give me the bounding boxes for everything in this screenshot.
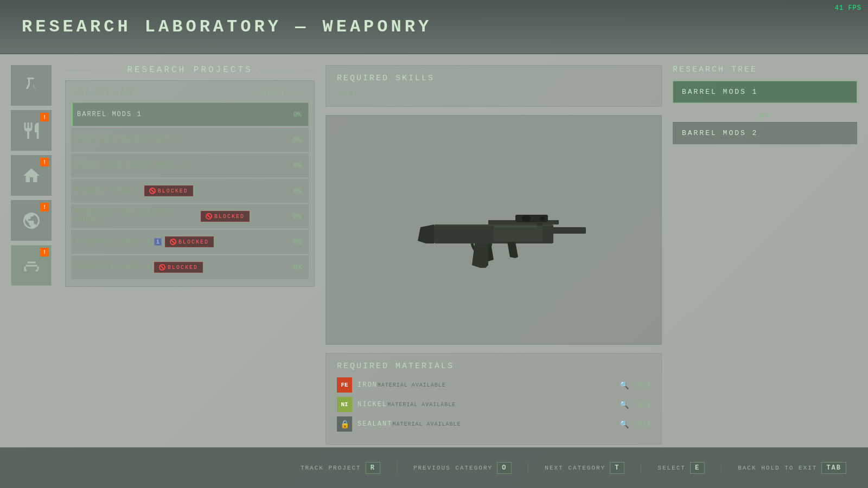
control-label-next: NEXT CATEGORY (545, 465, 605, 471)
divider-3 (641, 463, 641, 473)
project-name: INTERNAL MODS 1 (76, 238, 151, 246)
project-row-optic-laser[interactable]: OPTIC AND LASER MODS 1 0% (71, 153, 309, 177)
sidebar-badge-food: ! (40, 113, 49, 121)
material-row-iron: FE IRONMATERIAL AVAILABLE 🔍 0/3 (337, 377, 650, 393)
material-row-sealant: 🔒 SEALANTMATERIAL AVAILABLE 🔍 0/2 (337, 416, 650, 432)
tree-node-label: BARREL MODS 1 (682, 88, 848, 96)
sidebar-badge-weapons: ! (40, 248, 49, 256)
center-panel: REQUIRED SKILLS NONE (326, 65, 662, 445)
tree-node-barrel-mods-1[interactable]: BARREL MODS 1 (673, 81, 857, 103)
skills-panel: REQUIRED SKILLS NONE (326, 65, 662, 107)
project-name: RECEIVER MODS 1 (76, 264, 151, 271)
research-tree-title: RESEARCH TREE (673, 65, 857, 74)
project-cell-name: BARREL MODS 1 (73, 107, 254, 121)
sidebar-badge-base: ! (40, 158, 49, 166)
table-header: PROJECT NAME PROGRESS (71, 86, 309, 100)
project-name: BARREL MODS 1 (77, 111, 142, 118)
material-count-sealant: 0/2 (634, 420, 650, 428)
base-icon (22, 166, 41, 185)
sidebar-item-science[interactable] (11, 65, 52, 106)
blocked-label: BLOCKED (158, 188, 188, 194)
tree-arrow: ⌄⌄ (673, 106, 857, 120)
divider-2 (528, 463, 528, 473)
project-cell-name: RECEIVER MODS 1 BLOCKED (72, 259, 254, 276)
search-icon-sealant[interactable]: 🔍 (620, 420, 629, 429)
sidebar: ! ! ! ! (11, 65, 60, 286)
blocked-icon (149, 188, 156, 194)
project-cell-name: OPTIC AND LASER MODS 1 (72, 158, 254, 172)
fps-counter: 41 FPS (835, 4, 861, 12)
svg-rect-2 (494, 226, 542, 242)
blocked-icon (170, 239, 176, 245)
search-icon-iron[interactable]: 🔍 (620, 381, 629, 390)
project-row-internal[interactable]: INTERNAL MODS 1 i BLOCKED 0% (71, 230, 309, 254)
food-icon (22, 121, 41, 140)
material-badge-ni: NI (337, 397, 352, 412)
globe-icon (22, 211, 41, 230)
project-name: MUZZLE MODS 1 (76, 187, 141, 195)
blocked-label: BLOCKED (178, 239, 209, 245)
svg-point-6 (540, 216, 545, 221)
projects-panel: PROJECT NAME PROGRESS BARREL MODS 1 0% G… (65, 80, 315, 287)
project-progress: 0% (254, 187, 308, 195)
project-progress: 0% (254, 213, 308, 221)
key-o[interactable]: O (497, 462, 512, 474)
sidebar-item-base[interactable]: ! (11, 155, 52, 196)
svg-rect-1 (542, 227, 586, 234)
material-badge-fe: FE (337, 377, 352, 393)
project-row-receiver[interactable]: RECEIVER MODS 1 BLOCKED 0% (71, 255, 309, 279)
svg-rect-9 (434, 224, 553, 226)
key-tab[interactable]: TAB (821, 462, 846, 474)
header-bar: RESEARCH LABORATORY — WEAPONRY 41 FPS (0, 0, 868, 54)
blocked-icon (206, 213, 212, 220)
research-projects-panel: RESEARCH PROJECTS PROJECT NAME PROGRESS … (65, 65, 315, 445)
weapon-svg (326, 115, 661, 344)
control-select: SELECT E (658, 462, 705, 474)
project-cell-name: INTERNAL MODS 1 i BLOCKED (72, 233, 254, 251)
control-track-project: TRACK PROJECT R (301, 462, 380, 474)
key-r[interactable]: R (366, 462, 380, 474)
control-next-category: NEXT CATEGORY T (545, 462, 624, 474)
blocked-label: BLOCKED (214, 214, 245, 220)
project-row-grip-stock[interactable]: GRIP AND STOCK MODS 1 0% (71, 128, 309, 152)
research-tree-panel: RESEARCH TREE BARREL MODS 1 ⌄⌄ BARREL MO… (673, 65, 857, 445)
project-row-magazine-battery[interactable]: MAGAZINE AND BATTERY MODS 1 BLOCKED 0% (71, 204, 309, 228)
material-count-iron: 0/3 (634, 381, 650, 389)
research-projects-title: RESEARCH PROJECTS (65, 65, 315, 75)
project-cell-name: MUZZLE MODS 1 BLOCKED (72, 182, 254, 200)
material-name-nickel: NICKELMATERIAL AVAILABLE (358, 401, 614, 408)
project-cell-name: GRIP AND STOCK MODS 1 (72, 133, 254, 147)
sidebar-badge-globe: ! (40, 203, 49, 211)
skills-title: REQUIRED SKILLS (337, 74, 650, 83)
tree-node-label: BARREL MODS 2 (682, 129, 848, 137)
key-t[interactable]: T (610, 462, 624, 474)
sidebar-item-weapons[interactable]: ! (11, 245, 52, 286)
control-label-back: BACK HOLD TO EXIT (738, 465, 817, 471)
weapon-illustration (391, 176, 597, 284)
material-name-sealant: SEALANTMATERIAL AVAILABLE (358, 420, 614, 428)
control-prev-category: PREVIOUS CATEGORY O (413, 462, 512, 474)
project-cell-name: MAGAZINE AND BATTERY MODS 1 BLOCKED (72, 206, 254, 227)
blocked-badge-receiver: BLOCKED (154, 262, 203, 273)
blocked-icon (159, 264, 165, 271)
material-badge-lock: 🔒 (337, 416, 352, 432)
control-label-track: TRACK PROJECT (301, 465, 361, 471)
project-row-muzzle[interactable]: MUZZLE MODS 1 BLOCKED 0% (71, 179, 309, 203)
project-name: GRIP AND STOCK MODS 1 (76, 136, 181, 144)
sidebar-item-globe[interactable]: ! (11, 200, 52, 241)
project-row-barrel-mods-1[interactable]: BARREL MODS 1 0% (71, 102, 309, 126)
project-progress: 0% (254, 238, 308, 246)
project-name: OPTIC AND LASER MODS 1 (76, 162, 186, 169)
key-e[interactable]: E (690, 462, 705, 474)
blocked-badge-internal: BLOCKED (165, 236, 214, 247)
sidebar-item-food[interactable]: ! (11, 110, 52, 151)
main-content: RESEARCH PROJECTS PROJECT NAME PROGRESS … (65, 65, 857, 445)
control-label-select: SELECT (658, 465, 686, 471)
divider-1 (397, 463, 397, 473)
skills-value: NONE (337, 89, 650, 98)
search-icon-nickel[interactable]: 🔍 (620, 400, 629, 409)
page-title: RESEARCH LABORATORY — WEAPONRY (22, 17, 432, 37)
tree-node-barrel-mods-2[interactable]: BARREL MODS 2 (673, 122, 857, 144)
weapons-icon (22, 256, 41, 275)
info-icon: i (154, 238, 162, 246)
